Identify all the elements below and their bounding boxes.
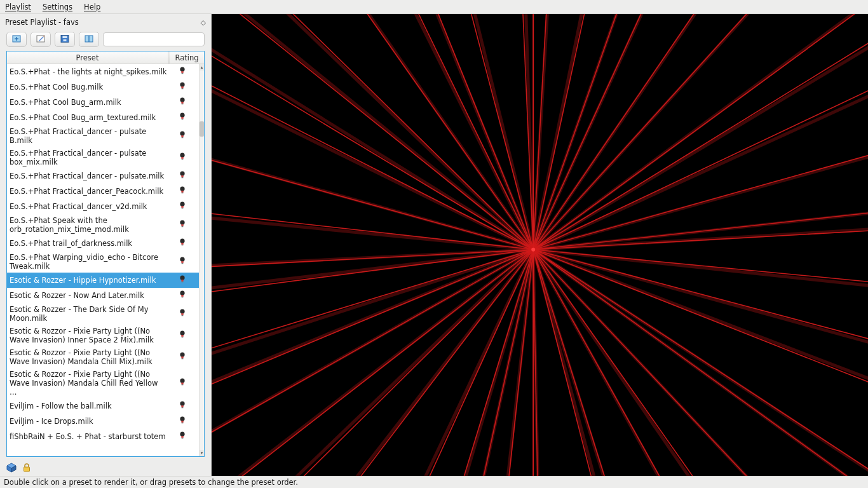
menu-playlist[interactable]: Playlist xyxy=(5,3,31,11)
visualizer-canvas[interactable] xyxy=(212,14,868,476)
main-area: Preset Playlist - favs ◇ xyxy=(0,14,868,476)
panel-title: Preset Playlist - favs xyxy=(5,18,201,27)
list-item[interactable]: Eo.S.+Phat Fractical_dancer_Peacock.milk xyxy=(7,184,199,199)
scroll-down-icon[interactable]: ▾ xyxy=(200,450,204,456)
preset-list: Preset Rating Eo.S.+Phat - the lights at… xyxy=(6,51,205,457)
panel-collapse-icon[interactable]: ◇ xyxy=(201,18,206,27)
lightbulb-icon xyxy=(179,97,186,107)
scrollbar[interactable]: ▴ ▾ xyxy=(199,64,204,456)
svg-rect-57 xyxy=(181,335,183,337)
layout-toggle-button[interactable] xyxy=(79,32,99,47)
rating-cell[interactable] xyxy=(170,257,195,267)
rating-cell[interactable] xyxy=(170,431,195,442)
rating-cell[interactable] xyxy=(170,220,195,230)
edit-preset-button[interactable] xyxy=(31,32,51,47)
lock-icon[interactable] xyxy=(22,463,32,475)
svg-point-32 xyxy=(180,187,184,191)
scroll-up-icon[interactable]: ▴ xyxy=(200,64,204,71)
svg-point-47 xyxy=(180,276,184,280)
list-item[interactable]: Eo.S.+Phat Fractical_dancer - pulsate B.… xyxy=(7,125,199,147)
rating-cell[interactable] xyxy=(170,416,195,426)
rating-cell[interactable] xyxy=(170,352,195,362)
list-item[interactable]: Eo.S.+Phat Cool Bug_arm_textured.milk xyxy=(7,110,199,125)
list-item[interactable]: Eo.S.+Phat trail_of_darkness.milk xyxy=(7,236,199,251)
preset-name: Eo.S.+Phat Fractical_dancer - pulsate.mi… xyxy=(10,172,170,180)
preset-name: Esotic & Rozzor - Pixie Party Light ((No… xyxy=(10,348,170,366)
svg-rect-72 xyxy=(181,436,183,438)
svg-rect-43 xyxy=(182,245,184,246)
cube-icon[interactable] xyxy=(6,463,17,475)
list-item[interactable]: Eo.S.+Phat Fractical_dancer - pulsate bo… xyxy=(7,147,199,168)
list-item[interactable]: Eo.S.+Phat Cool Bug.milk xyxy=(7,79,199,95)
svg-rect-46 xyxy=(182,263,184,264)
lightbulb-icon xyxy=(179,431,186,442)
svg-point-53 xyxy=(180,309,184,314)
lightbulb-icon xyxy=(179,171,186,181)
list-item[interactable]: Esotic & Rozzer - Now And Later.milk xyxy=(7,288,199,303)
save-playlist-button[interactable] xyxy=(55,32,75,47)
lightbulb-icon xyxy=(179,275,186,285)
preset-name: Eo.S.+Phat Fractical_dancer_Peacock.milk xyxy=(10,187,170,196)
list-item[interactable]: fiShbRaiN + Eo.S. + Phat - starburst tot… xyxy=(7,429,199,444)
preset-name: Esotic & Rozzer - The Dark Side Of My Mo… xyxy=(10,305,170,323)
rating-cell[interactable] xyxy=(170,238,195,248)
list-item[interactable]: Eo.S.+Phat - the lights at night_spikes.… xyxy=(7,64,199,79)
svg-rect-27 xyxy=(181,157,183,159)
list-item[interactable]: EvilJim - Follow the ball.milk xyxy=(7,398,199,414)
list-item[interactable]: Esotic & Rozzer - Hippie Hypnotizer.milk xyxy=(7,273,199,288)
list-item[interactable]: Esotic & Rozzor - Pixie Party Light ((No… xyxy=(7,368,199,398)
lightbulb-icon xyxy=(179,257,186,267)
svg-rect-54 xyxy=(181,313,183,315)
column-preset[interactable]: Preset xyxy=(7,51,168,64)
rating-cell[interactable] xyxy=(170,67,195,77)
search-input[interactable] xyxy=(103,32,205,46)
list-item[interactable]: Esotic & Rozzor - Pixie Party Light ((No… xyxy=(7,325,199,346)
rating-cell[interactable] xyxy=(170,275,195,285)
lightbulb-icon xyxy=(179,238,186,248)
lightbulb-icon xyxy=(179,220,186,230)
svg-point-71 xyxy=(180,432,184,437)
list-item[interactable]: Eo.S.+Phat Cool Bug_arm.milk xyxy=(7,95,199,110)
svg-rect-55 xyxy=(182,315,184,316)
preset-name: Eo.S.+Phat Cool Bug_arm.milk xyxy=(10,98,170,107)
rating-cell[interactable] xyxy=(170,97,195,107)
rating-cell[interactable] xyxy=(170,401,195,411)
list-item[interactable]: Eo.S.+Phat Warping_vidio_echo - Bitcore … xyxy=(7,251,199,273)
rating-cell[interactable] xyxy=(170,201,195,212)
list-item[interactable]: Esotic & Rozzer - The Dark Side Of My Mo… xyxy=(7,303,199,325)
rating-cell[interactable] xyxy=(170,330,195,341)
svg-rect-12 xyxy=(181,71,183,73)
svg-rect-61 xyxy=(182,358,184,360)
preset-name: Eo.S.+Phat - the lights at night_spikes.… xyxy=(10,67,170,76)
svg-rect-69 xyxy=(181,421,183,423)
rating-cell[interactable] xyxy=(170,131,195,141)
sidebar: Preset Playlist - favs ◇ xyxy=(0,14,212,476)
list-item[interactable]: Eo.S.+Phat Fractical_dancer - pulsate.mi… xyxy=(7,168,199,184)
rating-cell[interactable] xyxy=(170,186,195,196)
svg-rect-45 xyxy=(181,261,183,263)
list-item[interactable]: Esotic & Rozzor - Pixie Party Light ((No… xyxy=(7,346,199,368)
rating-cell[interactable] xyxy=(170,82,195,92)
add-preset-button[interactable] xyxy=(6,32,27,47)
svg-rect-49 xyxy=(182,281,184,283)
rating-cell[interactable] xyxy=(170,171,195,181)
scroll-thumb[interactable] xyxy=(200,121,204,137)
list-item[interactable]: EvilJim - Ice Drops.milk xyxy=(7,414,199,429)
lightbulb-icon xyxy=(179,152,186,163)
menu-help[interactable]: Help xyxy=(84,3,100,11)
rating-cell[interactable] xyxy=(170,309,195,319)
lightbulb-icon xyxy=(179,330,186,341)
menu-settings[interactable]: Settings xyxy=(43,3,72,11)
svg-point-59 xyxy=(180,353,184,357)
rating-cell[interactable] xyxy=(170,112,195,123)
column-rating[interactable]: Rating xyxy=(170,51,204,64)
rating-cell[interactable] xyxy=(170,290,195,301)
list-item[interactable]: Eo.S.+Phat Speak with the orb_rotation_m… xyxy=(7,214,199,236)
svg-point-62 xyxy=(180,379,184,383)
svg-rect-36 xyxy=(181,206,183,208)
svg-rect-8 xyxy=(64,39,67,41)
list-item[interactable]: Eo.S.+Phat Fractical_dancer_v2d.milk xyxy=(7,199,199,214)
rating-cell[interactable] xyxy=(170,378,195,388)
rating-cell[interactable] xyxy=(170,152,195,163)
svg-point-23 xyxy=(180,132,184,136)
